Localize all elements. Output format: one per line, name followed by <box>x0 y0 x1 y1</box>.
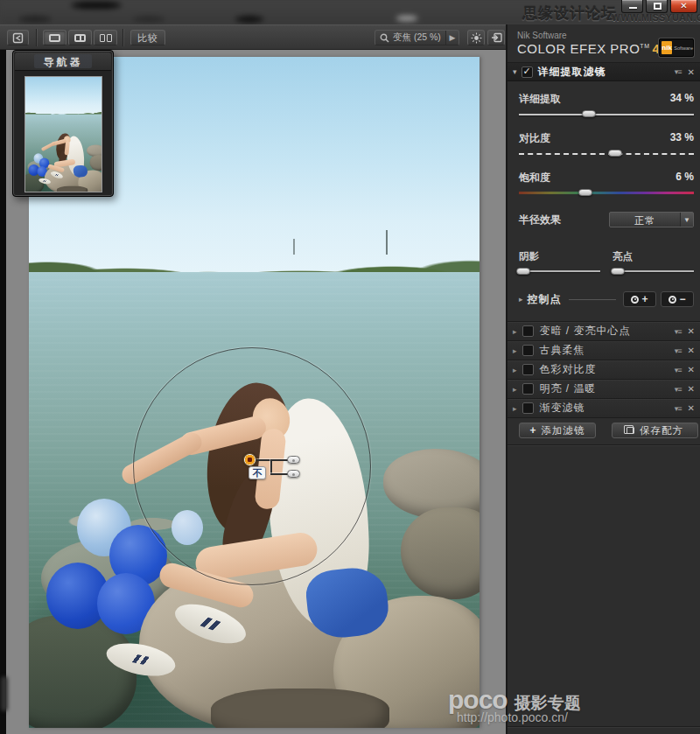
slider-saturation: 饱和度 6 % <box>519 171 694 199</box>
slider-track[interactable] <box>519 187 694 199</box>
remove-filter-icon[interactable]: ✕ <box>688 365 695 374</box>
filter-menu-icon[interactable]: ▾≡ <box>675 366 682 374</box>
plus-icon: + <box>529 424 536 437</box>
panel-toggle-icon <box>491 32 502 43</box>
filter-row-darken-lighten-center[interactable]: ▸ 变暗 / 变亮中心点 ▾≡ ✕ <box>508 322 700 341</box>
maximize-button[interactable] <box>646 0 668 13</box>
save-recipe-button[interactable]: 保存配方 <box>612 423 698 438</box>
expand-icon[interactable]: ▸ <box>513 385 517 394</box>
zoom-step-button[interactable]: ▶ <box>445 31 458 45</box>
radius-effect-label: 半径效果 <box>519 213 561 227</box>
toolbar-separator <box>36 29 37 46</box>
shadows-slider[interactable] <box>519 266 600 277</box>
expand-icon[interactable]: ▸ <box>513 366 517 374</box>
filter-name: 渐变滤镜 <box>540 401 585 416</box>
filter-menu-icon[interactable]: ▾≡ <box>675 404 682 413</box>
navigator-panel: 导航器 <box>12 50 114 197</box>
highlights-label: 亮点 <box>612 250 694 263</box>
maximize-icon <box>654 3 662 10</box>
side-by-side-view-button[interactable] <box>94 30 117 45</box>
filter-row-graduated-filter[interactable]: ▸ 渐变滤镜 ▾≡ ✕ <box>508 399 700 418</box>
filter-name: 明亮 / 温暖 <box>540 381 597 396</box>
background-app-edge <box>0 50 6 734</box>
filter-row-color-contrast[interactable]: ▸ 色彩对比度 ▾≡ ✕ <box>508 360 700 380</box>
filter-enabled-checkbox[interactable] <box>522 345 534 356</box>
window-titlebar: 思缘设计论坛 WWW.MISSYUAN.COM ✕ <box>0 0 700 24</box>
export-icon <box>12 32 24 44</box>
radius-effect-dropdown[interactable]: 正常 ▼ <box>609 212 694 227</box>
slider-handle[interactable] <box>611 268 625 275</box>
filter-menu-icon[interactable]: ▾≡ <box>675 385 682 394</box>
filter-row-brightness-warmth[interactable]: ▸ 明亮 / 温暖 ▾≡ ✕ <box>508 380 700 399</box>
slider-label: 饱和度 <box>519 171 550 185</box>
panel-toggle-button[interactable] <box>487 30 505 45</box>
control-point-anchor[interactable] <box>243 453 256 466</box>
filter-enabled-checkbox[interactable] <box>522 364 534 375</box>
filter-controls: 详细提取 34 % 对比度 33 % <box>508 92 700 307</box>
filter-menu-icon[interactable]: ▾≡ <box>675 67 682 76</box>
dropdown-arrow-icon[interactable]: ▼ <box>680 213 693 227</box>
split-view-button[interactable] <box>68 30 92 45</box>
single-view-button[interactable] <box>43 30 66 45</box>
remove-filter-icon[interactable]: ✕ <box>688 403 695 413</box>
navigator-header[interactable]: 导航器 <box>15 52 111 71</box>
remove-filter-icon[interactable]: ✕ <box>688 67 695 77</box>
slider-handle[interactable] <box>578 189 592 196</box>
brand-block: Nik Software COLOR EFEX PROTM4 nik Softw… <box>508 24 700 62</box>
collapsed-icon[interactable]: ▸ <box>519 295 523 304</box>
copy-icon <box>626 427 634 434</box>
active-filter-header[interactable]: ▾ ✓ 详细提取滤镜 ▾≡ ✕ <box>508 63 700 81</box>
add-filter-label: 添加滤镜 <box>542 424 585 437</box>
brightness-icon <box>471 32 482 44</box>
slider-track[interactable] <box>519 108 694 121</box>
settings-button[interactable] <box>7 30 29 45</box>
control-point-slider-1[interactable] <box>287 456 300 464</box>
highlights-slider[interactable] <box>612 266 694 277</box>
shadows-label: 阴影 <box>519 250 600 263</box>
filter-menu-icon[interactable]: ▾≡ <box>675 327 682 336</box>
collapse-icon[interactable]: ▾ <box>513 67 517 76</box>
toolbar-separator <box>122 29 123 46</box>
filter-enabled-checkbox[interactable] <box>522 402 534 414</box>
close-button[interactable]: ✕ <box>670 0 697 13</box>
panel-actions: + 添加滤镜 保存配方 <box>508 423 700 439</box>
background-brightness-button[interactable] <box>467 30 485 45</box>
slider-handle[interactable] <box>608 150 622 157</box>
control-points-label: 控制点 <box>528 292 562 307</box>
single-view-icon <box>49 34 60 42</box>
filter-enabled-checkbox[interactable] <box>522 325 534 337</box>
side-by-side-view-icon <box>100 34 112 42</box>
control-point-icon <box>668 296 676 304</box>
filter-name: 色彩对比度 <box>540 362 597 377</box>
add-filter-button[interactable]: + 添加滤镜 <box>519 423 596 438</box>
slider-handle[interactable] <box>582 110 596 117</box>
slider-track[interactable] <box>519 148 694 160</box>
filter-name: 变暗 / 变亮中心点 <box>540 324 631 339</box>
compare-button[interactable]: 比较 <box>130 30 165 45</box>
minus-icon: − <box>679 294 685 304</box>
expand-icon[interactable]: ▸ <box>513 327 517 336</box>
remove-filter-icon[interactable]: ✕ <box>688 326 695 336</box>
filter-enabled-checkbox[interactable]: ✓ <box>522 66 533 78</box>
slider-handle[interactable] <box>516 268 530 275</box>
navigator-title: 导航器 <box>15 55 111 70</box>
navigator-thumbnail[interactable] <box>24 76 102 192</box>
radius-effect-row: 半径效果 正常 ▼ <box>519 212 694 227</box>
control-point-label[interactable]: 不 <box>248 466 266 479</box>
filter-panel: Nik Software COLOR EFEX PROTM4 nik Softw… <box>506 24 700 734</box>
filter-enabled-checkbox[interactable] <box>522 383 534 395</box>
control-point-slider-2[interactable] <box>287 470 300 478</box>
filter-row-classical-soft-focus[interactable]: ▸ 古典柔焦 ▾≡ ✕ <box>508 341 700 360</box>
filter-menu-icon[interactable]: ▾≡ <box>675 346 682 355</box>
site-title: 思缘设计论坛 <box>522 3 617 24</box>
remove-control-point-button[interactable]: − <box>661 291 694 307</box>
expand-icon[interactable]: ▸ <box>513 404 517 413</box>
remove-filter-icon[interactable]: ✕ <box>688 384 695 394</box>
remove-filter-icon[interactable]: ✕ <box>688 346 695 355</box>
minimize-button[interactable] <box>621 0 643 13</box>
split-view-icon <box>74 34 86 42</box>
zoom-control[interactable]: 变焦 (25 %) ▶ <box>374 30 459 45</box>
close-icon: ✕ <box>671 1 696 10</box>
expand-icon[interactable]: ▸ <box>513 346 517 355</box>
add-control-point-button[interactable]: + <box>623 291 656 307</box>
